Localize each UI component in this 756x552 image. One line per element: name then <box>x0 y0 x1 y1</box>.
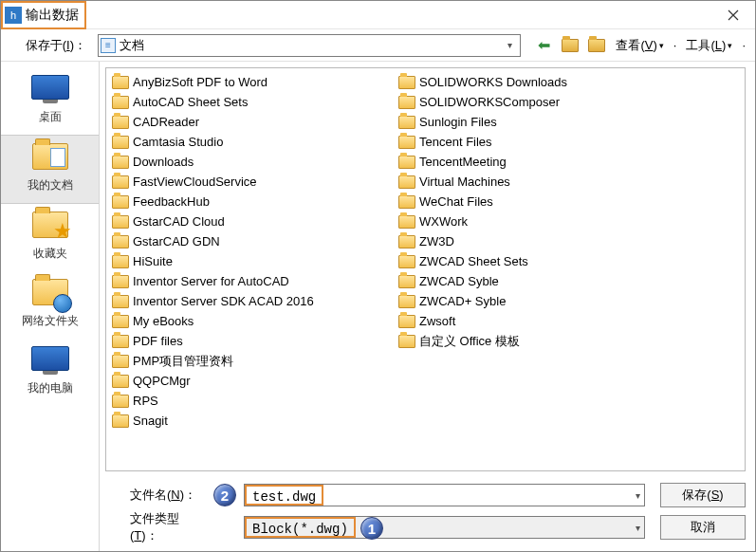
list-item-label: RPS <box>133 394 158 408</box>
place-my-documents[interactable]: 我的文档 <box>1 135 99 204</box>
save-in-combo[interactable]: ≡ 文档 ▾ <box>98 34 521 57</box>
place-label: 网络文件夹 <box>1 313 99 329</box>
up-folder-button[interactable] <box>561 36 580 55</box>
list-item[interactable]: My eBooks <box>110 311 396 331</box>
list-item[interactable]: GstarCAD GDN <box>110 231 396 251</box>
place-label: 我的电脑 <box>1 380 99 396</box>
view-menu[interactable]: 查看(V)▾ <box>614 37 665 54</box>
list-item[interactable]: GstarCAD Cloud <box>110 212 396 231</box>
list-item[interactable]: AnyBizSoft PDF to Word <box>110 72 396 92</box>
folder-icon <box>398 255 415 268</box>
folder-icon <box>112 315 129 328</box>
list-item-label: SOLIDWORKS Downloads <box>419 75 567 89</box>
tools-menu[interactable]: 工具(L)▾ <box>684 37 734 54</box>
folder-icon <box>112 215 129 229</box>
place-network-folders[interactable]: 网络文件夹 <box>1 271 99 339</box>
list-item[interactable]: ZWCAD Syble <box>396 271 643 291</box>
list-item-label: CADReader <box>133 115 199 129</box>
folder-icon <box>112 255 129 268</box>
save-in-label: 保存于(I)： <box>10 37 92 54</box>
folder-icon <box>112 235 129 248</box>
list-item-label: WXWork <box>419 214 468 229</box>
list-item[interactable]: TencentMeeting <box>396 152 643 172</box>
folder-icon <box>398 96 415 109</box>
filename-input[interactable]: test.dwg ▾ <box>244 484 645 506</box>
new-folder-button[interactable] <box>587 36 606 55</box>
folder-icon <box>112 395 129 408</box>
folder-icon <box>112 76 129 89</box>
list-item-label: My eBooks <box>133 314 194 328</box>
list-item[interactable]: Zwsoft <box>396 311 643 331</box>
save-in-value: 文档 <box>120 37 501 54</box>
list-item[interactable]: Tencent Files <box>396 132 643 152</box>
list-item[interactable]: PDF files <box>110 331 396 351</box>
folder-icon <box>398 116 415 129</box>
list-item-label: WeChat Files <box>419 194 493 209</box>
place-label: 收藏夹 <box>1 246 99 262</box>
folder-icon <box>112 136 129 149</box>
list-item[interactable]: Downloads <box>110 152 396 172</box>
chevron-down-icon: ▾ <box>636 490 640 501</box>
list-item-label: Sunlogin Files <box>419 115 497 129</box>
list-item[interactable]: FastViewCloudService <box>110 172 396 192</box>
back-button[interactable]: ⬅ <box>534 36 553 55</box>
documents-folder-icon <box>32 143 68 170</box>
place-my-computer[interactable]: 我的电脑 <box>1 339 99 406</box>
list-item[interactable]: CADReader <box>110 112 396 132</box>
folder-icon <box>398 175 415 189</box>
list-item-label: Downloads <box>133 155 194 169</box>
list-item[interactable]: PMP项目管理资料 <box>110 351 396 371</box>
list-item-label: GstarCAD GDN <box>133 234 220 248</box>
filename-label: 文件名(N)： <box>109 487 206 504</box>
list-item-label: 自定义 Office 模板 <box>419 333 520 350</box>
filetype-label: 文件类型(T)： <box>109 510 206 544</box>
place-desktop[interactable]: 桌面 <box>1 67 99 135</box>
list-item[interactable]: SOLIDWORKSComposer <box>396 92 643 112</box>
folder-icon <box>562 39 579 52</box>
list-item[interactable]: WXWork <box>396 212 643 231</box>
list-item[interactable]: ZWCAD Sheet Sets <box>396 251 643 271</box>
list-item[interactable]: SOLIDWORKS Downloads <box>396 72 643 92</box>
list-item[interactable]: Inventor Server for AutoCAD <box>110 271 396 291</box>
title-bar: h 输出数据 <box>1 1 755 29</box>
filetype-value: Block(*.dwg) <box>245 517 356 538</box>
place-favorites[interactable]: ★ 收藏夹 <box>1 204 99 271</box>
chevron-down-icon: ▾ <box>501 40 518 50</box>
list-item[interactable]: Virtual Machines <box>396 172 643 192</box>
list-item[interactable]: ZW3D <box>396 231 643 251</box>
folder-icon <box>398 275 415 288</box>
list-item[interactable]: QQPCMgr <box>110 371 396 391</box>
list-item[interactable]: Camtasia Studio <box>110 132 396 152</box>
list-item[interactable]: ZWCAD+ Syble <box>396 291 643 311</box>
list-item[interactable]: AutoCAD Sheet Sets <box>110 92 396 112</box>
folder-icon <box>398 295 415 308</box>
file-list[interactable]: AnyBizSoft PDF to WordAutoCAD Sheet Sets… <box>105 67 746 471</box>
list-item[interactable]: WeChat Files <box>396 192 643 212</box>
list-item-label: Inventor Server for AutoCAD <box>133 274 289 288</box>
main-area: 桌面 我的文档 ★ 收藏夹 网络文件夹 我的电脑 AnyBizSoft PDF … <box>1 62 755 551</box>
list-item[interactable]: 自定义 Office 模板 <box>396 331 643 351</box>
save-button[interactable]: 保存(S) <box>660 483 746 507</box>
filetype-combo[interactable]: Block(*.dwg) 1 ▾ <box>244 516 645 539</box>
app-icon: h <box>5 7 22 24</box>
list-item[interactable]: FeedbackHub <box>110 192 396 212</box>
list-item-label: Snagit <box>133 414 168 428</box>
cancel-button[interactable]: 取消 <box>660 515 746 540</box>
list-item-label: TencentMeeting <box>419 155 507 169</box>
list-item-label: Virtual Machines <box>419 175 510 189</box>
location-bar: 保存于(I)： ≡ 文档 ▾ ⬅ 查看(V)▾ · 工具(L)▾ · <box>1 29 755 62</box>
list-item[interactable]: Sunlogin Files <box>396 112 643 132</box>
list-item[interactable]: RPS <box>110 391 396 411</box>
folder-icon <box>398 76 415 89</box>
list-item-label: Tencent Files <box>419 135 492 149</box>
folder-icon <box>398 156 415 169</box>
list-item[interactable]: Inventor Server SDK ACAD 2016 <box>110 291 396 311</box>
list-item-label: PMP项目管理资料 <box>133 353 233 370</box>
folder-icon <box>398 315 415 328</box>
list-item-label: FastViewCloudService <box>133 175 257 189</box>
close-button[interactable] <box>711 1 755 29</box>
list-item[interactable]: Snagit <box>110 411 396 431</box>
list-item-label: AnyBizSoft PDF to Word <box>133 75 267 89</box>
places-bar: 桌面 我的文档 ★ 收藏夹 网络文件夹 我的电脑 <box>1 62 100 551</box>
list-item[interactable]: HiSuite <box>110 251 396 271</box>
